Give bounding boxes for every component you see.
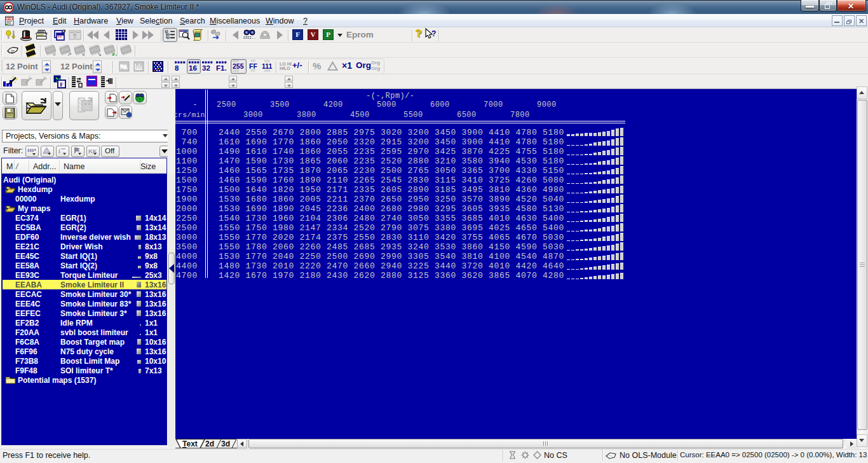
svg-text:F: F [60,81,64,88]
svg-text:↘: ↘ [97,52,102,57]
svg-text:F1.: F1. [216,64,227,72]
svg-text:=: = [53,52,56,57]
svg-text:?: ? [431,29,436,38]
svg-text:8: 8 [175,64,179,72]
svg-text:IOI: IOI [8,17,11,20]
svg-text:32: 32 [202,64,210,72]
svg-text:IOII..: IOII.. [243,36,255,40]
svg-text:16: 16 [189,64,197,72]
svg-text:↗: ↗ [67,52,72,57]
svg-text:i: i [58,148,60,155]
svg-text:x: x [82,52,85,57]
svg-text:#-#: #-# [112,52,117,57]
